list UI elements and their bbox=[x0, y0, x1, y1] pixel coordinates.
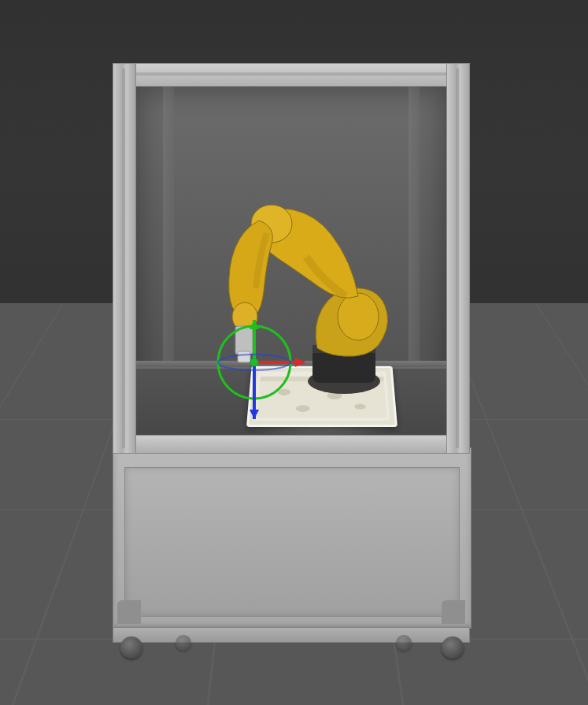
frame-rail-mid bbox=[113, 435, 470, 454]
caster-wheel bbox=[120, 636, 142, 659]
corner-bracket bbox=[117, 600, 141, 624]
rear-column bbox=[163, 87, 174, 380]
caster-wheel bbox=[176, 635, 191, 651]
cabinet-lower-panel bbox=[113, 447, 472, 629]
cell-interior bbox=[136, 87, 446, 435]
caster-wheel bbox=[442, 636, 464, 659]
transform-gizmo[interactable] bbox=[199, 315, 309, 425]
svg-rect-2 bbox=[312, 345, 375, 353]
corner-bracket bbox=[442, 600, 465, 624]
base-rail bbox=[113, 627, 470, 643]
gizmo-z-arrow[interactable] bbox=[250, 410, 259, 419]
gizmo-origin[interactable] bbox=[250, 358, 258, 366]
rear-column bbox=[409, 87, 420, 380]
viewport-3d[interactable] bbox=[0, 0, 588, 705]
caster-wheel bbox=[396, 635, 412, 651]
gizmo-x-arrow[interactable] bbox=[295, 358, 305, 367]
frame-column-right bbox=[446, 63, 470, 454]
svg-point-4 bbox=[251, 205, 292, 243]
gizmo-y-arrow[interactable] bbox=[250, 320, 259, 329]
cabinet-door bbox=[124, 467, 460, 617]
robot-cell bbox=[113, 63, 470, 651]
frame-rail-top bbox=[113, 63, 470, 87]
svg-point-3 bbox=[338, 293, 379, 340]
frame-column-left bbox=[113, 63, 136, 454]
